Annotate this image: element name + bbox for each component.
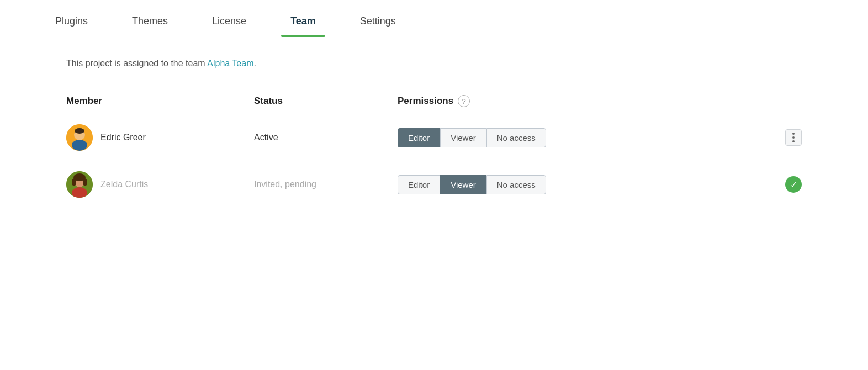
check-icon-zelda[interactable]: ✓ (785, 176, 802, 193)
svg-point-8 (72, 178, 76, 186)
table-header: Member Status Permissions ? (66, 91, 802, 114)
action-cell-edric (774, 129, 802, 146)
dot (792, 140, 795, 142)
dot (792, 133, 795, 135)
perm-viewer-edric[interactable]: Viewer (440, 128, 486, 147)
team-description: This project is assigned to the team Alp… (66, 59, 802, 68)
tab-themes[interactable]: Themes (110, 6, 190, 36)
tab-license[interactable]: License (190, 6, 268, 36)
table-row: Zelda Curtis Invited, pending Editor Vie… (66, 161, 802, 208)
member-cell-edric: Edric Greer (66, 124, 254, 151)
permissions-help-icon[interactable]: ? (458, 95, 470, 107)
svg-point-3 (75, 128, 84, 134)
svg-point-9 (83, 178, 87, 186)
permissions-cell-edric: Editor Viewer No access (398, 128, 774, 147)
member-name-edric: Edric Greer (100, 133, 146, 142)
perm-viewer-zelda[interactable]: Viewer (440, 175, 486, 194)
tab-navigation: Plugins Themes License Team Settings (33, 0, 835, 36)
table-row: Edric Greer Active Editor Viewer No acce… (66, 114, 802, 161)
perm-editor-zelda[interactable]: Editor (398, 175, 440, 194)
status-cell-edric: Active (254, 133, 398, 142)
member-cell-zelda: Zelda Curtis (66, 171, 254, 198)
col-header-member: Member (66, 96, 254, 107)
action-cell-zelda: ✓ (774, 176, 802, 193)
dot (792, 136, 795, 139)
more-options-edric[interactable] (785, 129, 802, 146)
permissions-cell-zelda: Editor Viewer No access (398, 175, 774, 194)
member-name-zelda: Zelda Curtis (100, 179, 148, 189)
col-header-status: Status (254, 96, 398, 107)
avatar-zelda (66, 171, 93, 198)
perm-editor-edric[interactable]: Editor (398, 128, 440, 147)
tab-team[interactable]: Team (268, 6, 338, 36)
members-table: Member Status Permissions ? (66, 91, 802, 208)
tab-plugins[interactable]: Plugins (33, 6, 110, 36)
content-area: This project is assigned to the team Alp… (33, 36, 835, 230)
avatar-edric (66, 124, 93, 151)
team-link[interactable]: Alpha Team (207, 59, 253, 68)
svg-point-1 (72, 140, 87, 151)
col-header-permissions: Permissions ? (398, 95, 802, 107)
perm-noaccess-zelda[interactable]: No access (486, 175, 546, 194)
status-cell-zelda: Invited, pending (254, 179, 398, 189)
tab-settings[interactable]: Settings (338, 6, 418, 36)
perm-noaccess-edric[interactable]: No access (486, 128, 546, 147)
